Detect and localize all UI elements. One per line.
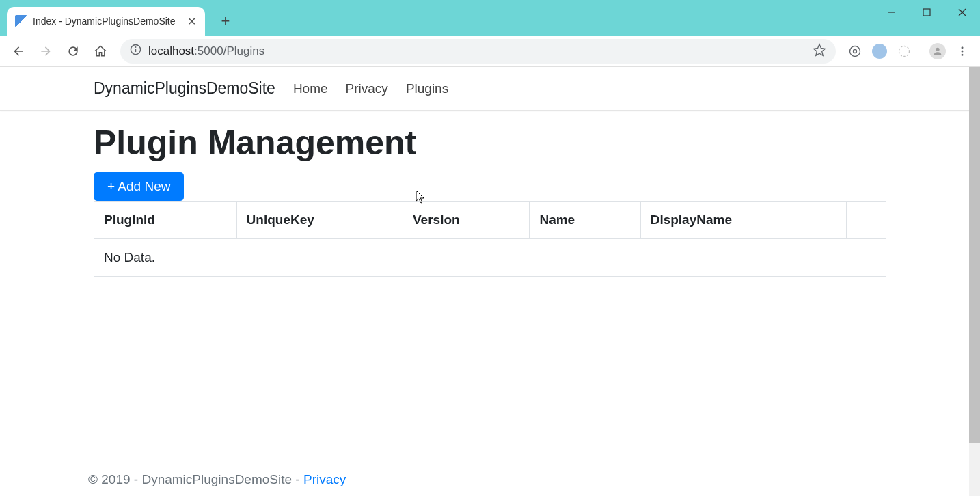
nav-privacy[interactable]: Privacy: [346, 81, 388, 96]
page-viewport: DynamicPluginsDemoSite Home Privacy Plug…: [0, 67, 980, 496]
footer: © 2019 - DynamicPluginsDemoSite - Privac…: [0, 463, 969, 496]
col-version: Version: [403, 202, 529, 239]
site-navbar: DynamicPluginsDemoSite Home Privacy Plug…: [0, 67, 980, 111]
svg-point-11: [962, 46, 964, 49]
url-text: localhost:5000/Plugins: [148, 44, 264, 58]
page-title: Plugin Management: [94, 123, 886, 163]
svg-point-8: [854, 49, 857, 53]
new-tab-button[interactable]: +: [215, 11, 236, 31]
back-button[interactable]: [7, 40, 30, 63]
no-data-cell: No Data.: [94, 239, 886, 277]
window-controls: [873, 0, 980, 25]
scrollbar-thumb[interactable]: [969, 67, 980, 443]
svg-point-9: [899, 46, 910, 56]
browser-tab-strip: Index - DynamicPluginsDemoSite ✕ +: [0, 0, 980, 36]
favicon-icon: [15, 15, 27, 27]
svg-line-2: [959, 9, 966, 16]
col-name: Name: [530, 202, 640, 239]
svg-point-10: [936, 47, 939, 51]
home-button[interactable]: [89, 40, 112, 63]
brand-link[interactable]: DynamicPluginsDemoSite: [94, 79, 275, 98]
extension-icon-2[interactable]: [869, 40, 890, 62]
toolbar-right: [844, 40, 973, 62]
maximize-button[interactable]: [909, 0, 944, 25]
main-container: Plugin Management + Add New PluginId Uni…: [94, 111, 886, 277]
tab-title: Index - DynamicPluginsDemoSite: [33, 16, 180, 27]
plugins-table: PluginId UniqueKey Version Name DisplayN…: [94, 201, 886, 277]
browser-tab[interactable]: Index - DynamicPluginsDemoSite ✕: [7, 7, 205, 36]
footer-privacy-link[interactable]: Privacy: [303, 472, 346, 486]
col-pluginid: PluginId: [94, 202, 237, 239]
browser-toolbar: localhost:5000/Plugins: [0, 36, 980, 67]
profile-button[interactable]: [927, 40, 949, 62]
col-actions: [847, 202, 886, 239]
nav-plugins[interactable]: Plugins: [406, 81, 448, 96]
bookmark-star-icon[interactable]: [813, 43, 826, 59]
add-new-button[interactable]: + Add New: [94, 172, 184, 201]
forward-button[interactable]: [34, 40, 57, 63]
minimize-button[interactable]: [873, 0, 909, 25]
vertical-scrollbar[interactable]: [969, 67, 980, 496]
close-tab-icon[interactable]: ✕: [186, 16, 197, 27]
col-uniquekey: UniqueKey: [236, 202, 403, 239]
col-displayname: DisplayName: [640, 202, 846, 239]
site-info-icon[interactable]: [130, 44, 141, 58]
table-row-empty: No Data.: [94, 239, 886, 277]
table-header-row: PluginId UniqueKey Version Name DisplayN…: [94, 202, 886, 239]
extension-icon-1[interactable]: [844, 40, 866, 62]
svg-rect-1: [923, 9, 930, 16]
nav-home[interactable]: Home: [293, 81, 328, 96]
svg-point-12: [962, 50, 964, 52]
address-bar[interactable]: localhost:5000/Plugins: [120, 39, 836, 64]
close-window-button[interactable]: [944, 0, 980, 25]
svg-point-4: [131, 44, 140, 54]
svg-point-6: [135, 46, 137, 48]
reload-button[interactable]: [62, 40, 85, 63]
svg-line-3: [959, 9, 966, 16]
menu-button[interactable]: [951, 40, 973, 62]
extension-icon-3[interactable]: [893, 40, 915, 62]
svg-point-7: [850, 46, 860, 56]
separator: [921, 44, 921, 59]
footer-copyright: © 2019 - DynamicPluginsDemoSite -: [88, 472, 303, 486]
svg-point-13: [962, 53, 964, 55]
